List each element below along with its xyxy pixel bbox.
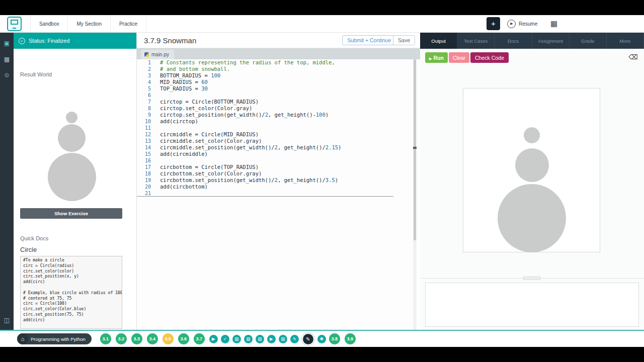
doc-icon[interactable]: ▤ <box>232 335 241 343</box>
code-line[interactable]: 8circtop.set_color(Color.gray) <box>137 105 417 112</box>
code-line[interactable]: 2# and bottom snowball. <box>137 66 417 72</box>
scrollbar-thumb[interactable] <box>414 59 416 240</box>
code-line[interactable]: 13circmiddle.set_color(Color.gray) <box>137 138 417 144</box>
quick-docs-code[interactable]: #To make a circle circ = Circle(radius) … <box>20 256 122 329</box>
snowman-preview-bottom <box>48 153 96 201</box>
code-line[interactable]: 10add(circtop) <box>137 118 417 125</box>
nav-tab-sandbox[interactable]: Sandbox <box>30 15 68 32</box>
letterbox-top <box>0 0 644 15</box>
code-line[interactable]: 14circmiddle.set_position(get_width()/2,… <box>137 144 417 151</box>
video-icon[interactable]: ▶ <box>267 335 276 343</box>
run-button[interactable]: ▶Run <box>425 52 448 63</box>
doc-icon[interactable]: ▤ <box>256 335 264 343</box>
output-tab-more[interactable]: More <box>607 33 644 49</box>
lesson-item-3-5[interactable]: 3.5 <box>163 333 174 344</box>
divider-drag-handle[interactable] <box>523 277 541 280</box>
course-pill[interactable]: ⌂ Programming with Python <box>17 333 92 344</box>
panel-toggle-icon[interactable]: ◫ <box>0 317 14 324</box>
code-line[interactable]: 9circtop.set_position(get_width()/2, get… <box>137 112 417 118</box>
code-line[interactable]: 17circbottom = Circle(TOP_RADIUS) <box>137 164 417 170</box>
lesson-item-3-7[interactable]: 3.7 <box>194 333 205 344</box>
code-line[interactable]: 7circtop = Circle(BOTTOM_RADIUS) <box>137 99 417 105</box>
calendar-rail-icon[interactable]: ▦ <box>0 56 14 63</box>
lesson-item-3-3[interactable]: 3.3 <box>131 333 142 344</box>
nav-tab-practice[interactable]: Practice <box>111 15 146 32</box>
code-line[interactable]: 18circbottom.set_color(Color.gray) <box>137 170 417 177</box>
pencil-icon[interactable]: ✎ <box>290 335 299 343</box>
code-line[interactable]: 20add(circbottom) <box>137 184 417 190</box>
video-icon[interactable]: ▶ <box>209 335 218 343</box>
lesson-item-3-2[interactable]: 3.2 <box>116 333 127 344</box>
code-lines: 1# Constants representing the radius of … <box>137 59 417 197</box>
codehs-logo[interactable] <box>7 17 22 31</box>
code-line[interactable]: 19circbottom.set_position(get_width()/2,… <box>137 177 417 184</box>
console-output[interactable] <box>425 283 639 327</box>
output-tab-output[interactable]: Output <box>420 33 457 49</box>
line-number: 20 <box>137 184 151 190</box>
code-line[interactable]: 6 <box>137 92 417 99</box>
code-line[interactable]: 16 <box>137 157 417 164</box>
code-text: add(circbottom) <box>160 184 208 190</box>
submit-continue-button[interactable]: Submit + Continue <box>342 35 396 45</box>
calendar-icon[interactable]: ▦ <box>550 19 557 28</box>
line-number: 8 <box>137 105 151 112</box>
snowman-preview-middle <box>58 124 86 152</box>
code-line[interactable]: 12circmiddle = Circle(MID_RADIUS) <box>137 131 417 138</box>
lesson-item-3-6[interactable]: 3.6 <box>178 333 189 344</box>
code-line[interactable]: 11 <box>137 125 417 131</box>
line-number: 10 <box>137 118 151 125</box>
monitor-icon <box>11 20 18 25</box>
line-number: 4 <box>137 79 151 85</box>
doc-icon[interactable]: ▤ <box>279 335 287 343</box>
course-label: Programming with Python <box>31 336 86 342</box>
output-tab-assignment[interactable]: Assignment <box>532 33 570 49</box>
check-icon[interactable]: ✓ <box>221 335 229 343</box>
lesson-item-3-4[interactable]: 3.4 <box>147 333 158 344</box>
code-text: circbottom = Circle(TOP_RADIUS) <box>160 164 259 170</box>
code-text: # and bottom snowball. <box>160 66 230 72</box>
file-tab-mainpy[interactable]: main.py <box>141 50 174 59</box>
code-line[interactable]: 21 <box>137 190 393 197</box>
code-line[interactable]: 4MID_RADIUS = 60 <box>137 79 417 85</box>
lesson-item-3-9[interactable]: 3.9 <box>345 333 356 344</box>
line-number: 19 <box>137 177 151 184</box>
doc-icon[interactable]: ▤ <box>244 335 253 343</box>
code-line[interactable]: 1# Constants representing the radius of … <box>137 59 417 66</box>
check-code-button[interactable]: Check Code <box>470 52 509 63</box>
left-panel: ✓ Status: Finalized Result World Show Ex… <box>14 33 137 331</box>
code-text: circtop.set_color(Color.gray) <box>160 105 252 112</box>
nav-tab-my-section[interactable]: My Section <box>68 15 110 32</box>
code-line[interactable]: 3BOTTOM_RADIUS = 100 <box>137 72 417 79</box>
modules-icon[interactable]: ▣ <box>0 40 14 47</box>
module-nav-bar: ⌂ Programming with Python 3.13.23.33.43.… <box>0 330 644 347</box>
status-banner: ✓ Status: Finalized <box>14 33 136 49</box>
output-tab-test-cases[interactable]: Test Cases <box>457 33 495 49</box>
save-button[interactable]: Save <box>393 35 415 45</box>
editor-scrollbar[interactable] <box>413 59 417 331</box>
file-tab-label: main.py <box>151 52 169 57</box>
resume-button[interactable]: ▶ Resume <box>507 19 537 29</box>
output-tab-bar: OutputTest CasesDocsAssignmentGradeMore <box>420 33 644 49</box>
snowman-middle <box>515 148 549 182</box>
lesson-item-3-8[interactable]: 3.8 <box>329 333 340 344</box>
line-number: 18 <box>137 170 151 177</box>
pencil-icon-selected[interactable]: ✎ <box>303 334 313 344</box>
graphics-canvas <box>463 88 600 252</box>
collapse-panel-icon[interactable]: ⌫ <box>629 53 638 61</box>
clear-button[interactable]: Clear <box>449 52 469 63</box>
line-number: 1 <box>137 59 151 66</box>
code-line[interactable]: 5TOP_RADIUS = 30 <box>137 85 417 92</box>
output-tab-docs[interactable]: Docs <box>495 33 532 49</box>
quick-docs-label: Quick Docs <box>20 235 48 241</box>
asterisk-icon[interactable]: ✱ <box>317 335 326 343</box>
code-text: add(circmiddle) <box>160 151 208 157</box>
code-editor[interactable]: 1# Constants representing the radius of … <box>137 59 417 331</box>
editor-panel: 3.7.9 Snowman Submit + Continue Save mai… <box>137 33 420 331</box>
status-label: Status: Finalized <box>29 38 69 44</box>
output-tab-grade[interactable]: Grade <box>570 33 607 49</box>
show-exercise-button[interactable]: Show Exercise <box>20 208 122 219</box>
lesson-item-3-1[interactable]: 3.1 <box>100 333 111 344</box>
settings-gear-icon[interactable]: ⚙ <box>0 72 14 79</box>
add-button[interactable]: + <box>487 17 500 30</box>
code-line[interactable]: 15add(circmiddle) <box>137 151 417 157</box>
